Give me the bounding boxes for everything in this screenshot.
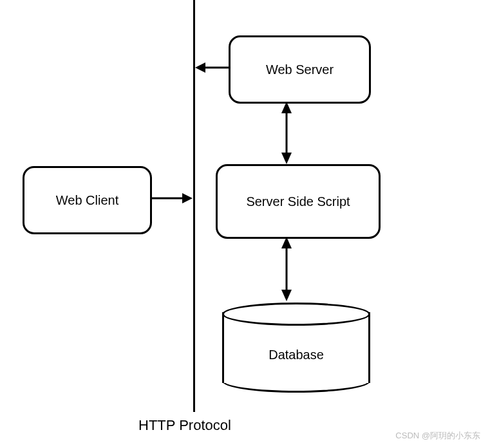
svg-marker-3 [195, 62, 205, 73]
svg-marker-9 [281, 290, 292, 301]
server-side-script-box: Server Side Script [216, 164, 381, 239]
server-side-script-label: Server Side Script [246, 194, 350, 209]
database-cylinder: Database [222, 303, 370, 393]
svg-marker-8 [281, 237, 292, 248]
arrow-server-script [280, 102, 293, 164]
web-client-label: Web Client [56, 193, 118, 208]
web-client-box: Web Client [23, 166, 152, 234]
web-server-label: Web Server [266, 62, 334, 77]
arrow-script-database [280, 237, 293, 301]
svg-marker-6 [281, 153, 292, 164]
database-label: Database [222, 348, 370, 362]
svg-marker-5 [281, 102, 292, 113]
web-server-box: Web Server [229, 35, 371, 104]
protocol-label: HTTP Protocol [138, 417, 231, 434]
diagram-container: Web Client Web Server Server Side Script… [0, 0, 490, 448]
arrow-server-to-client [195, 61, 229, 74]
arrow-client-to-server [151, 192, 193, 205]
watermark: CSDN @阿玥的小东东 [395, 430, 480, 442]
svg-marker-1 [182, 193, 193, 203]
